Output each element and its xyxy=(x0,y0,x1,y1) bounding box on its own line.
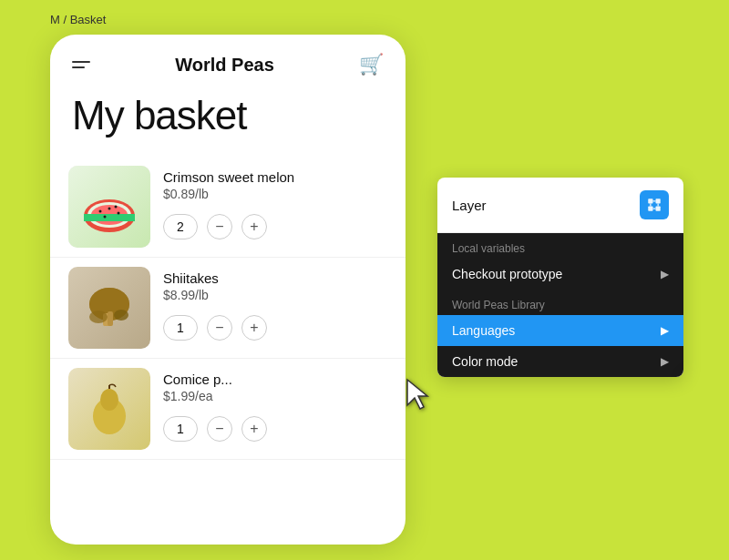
phone-mockup: World Peas 🛒 My basket Crimson xyxy=(50,35,406,545)
svg-rect-19 xyxy=(656,199,661,203)
quantity-badge: 2 xyxy=(163,214,198,239)
chevron-right-icon: ▶ xyxy=(661,268,669,280)
svg-point-13 xyxy=(89,311,108,323)
product-price: $0.89/lb xyxy=(163,187,387,201)
product-item: Shiitakes $8.99/lb 1 − + xyxy=(50,258,406,359)
menu-section-label-library: World Peas Library xyxy=(437,290,683,315)
phone-header: World Peas 🛒 xyxy=(50,35,406,86)
layer-menu: Local variables Checkout prototype ▶ Wor… xyxy=(437,233,683,377)
svg-point-4 xyxy=(99,210,102,213)
menu-item-label: Color mode xyxy=(452,354,518,369)
svg-rect-3 xyxy=(84,214,135,221)
increase-button[interactable]: + xyxy=(241,416,267,442)
layer-header: Layer xyxy=(437,178,683,233)
decrease-button[interactable]: − xyxy=(207,214,232,239)
increase-button[interactable]: + xyxy=(241,214,267,239)
svg-point-7 xyxy=(104,216,107,219)
product-name: Shiitakes xyxy=(163,270,387,286)
svg-point-6 xyxy=(118,212,120,215)
menu-item-checkout[interactable]: Checkout prototype ▶ xyxy=(437,259,683,290)
quantity-controls: 2 − + xyxy=(163,214,387,239)
menu-item-languages[interactable]: Languages ▶ ✓ Auto (English) English Fre… xyxy=(437,315,683,346)
svg-rect-21 xyxy=(656,207,661,211)
menu-item-color-mode[interactable]: Color mode ▶ xyxy=(437,346,683,377)
hamburger-icon[interactable] xyxy=(72,61,90,68)
svg-point-5 xyxy=(108,208,111,210)
product-info: Crimson sweet melon $0.89/lb 2 − + xyxy=(163,166,387,239)
menu-section-label-local: Local variables xyxy=(437,233,683,259)
quantity-controls: 1 − + xyxy=(163,416,387,442)
svg-point-16 xyxy=(100,389,118,411)
page-heading: My basket xyxy=(50,86,406,157)
product-name: Crimson sweet melon xyxy=(163,169,387,185)
chevron-right-icon: ▶ xyxy=(661,324,669,337)
svg-rect-20 xyxy=(648,207,652,211)
layer-title: Layer xyxy=(452,198,487,213)
product-info: Comice p... $1.99/ea 1 − + xyxy=(163,368,387,442)
svg-rect-12 xyxy=(108,311,113,326)
svg-rect-18 xyxy=(648,199,652,203)
decrease-button[interactable]: − xyxy=(207,315,232,341)
increase-button[interactable]: + xyxy=(241,315,267,341)
svg-point-14 xyxy=(114,310,128,321)
quantity-badge: 1 xyxy=(163,315,198,341)
prototype-icon-button[interactable] xyxy=(640,190,669,219)
product-image-watermelon xyxy=(68,166,150,248)
layer-panel: Layer Local variables Checkout prototype… xyxy=(437,178,683,377)
prototype-icon xyxy=(646,197,662,213)
cart-icon[interactable]: 🛒 xyxy=(359,53,384,76)
quantity-controls: 1 − + xyxy=(163,315,387,341)
product-item: Crimson sweet melon $0.89/lb 2 − + xyxy=(50,157,406,258)
decrease-button[interactable]: − xyxy=(207,416,232,442)
product-item: Comice p... $1.99/ea 1 − + xyxy=(50,359,406,460)
product-price: $8.99/lb xyxy=(163,288,387,302)
breadcrumb: M / Basket xyxy=(50,13,106,26)
product-price: $1.99/ea xyxy=(163,389,387,403)
product-info: Shiitakes $8.99/lb 1 − + xyxy=(163,267,387,341)
product-name: Comice p... xyxy=(163,372,387,387)
menu-item-label: Languages xyxy=(452,323,515,338)
menu-item-label: Checkout prototype xyxy=(452,267,562,281)
chevron-right-icon: ▶ xyxy=(661,355,669,368)
phone-app-title: World Peas xyxy=(175,55,274,76)
quantity-badge: 1 xyxy=(163,416,198,442)
svg-point-8 xyxy=(115,206,118,209)
svg-marker-26 xyxy=(407,380,427,409)
product-image-pear xyxy=(68,368,150,450)
product-image-mushroom xyxy=(68,267,150,349)
